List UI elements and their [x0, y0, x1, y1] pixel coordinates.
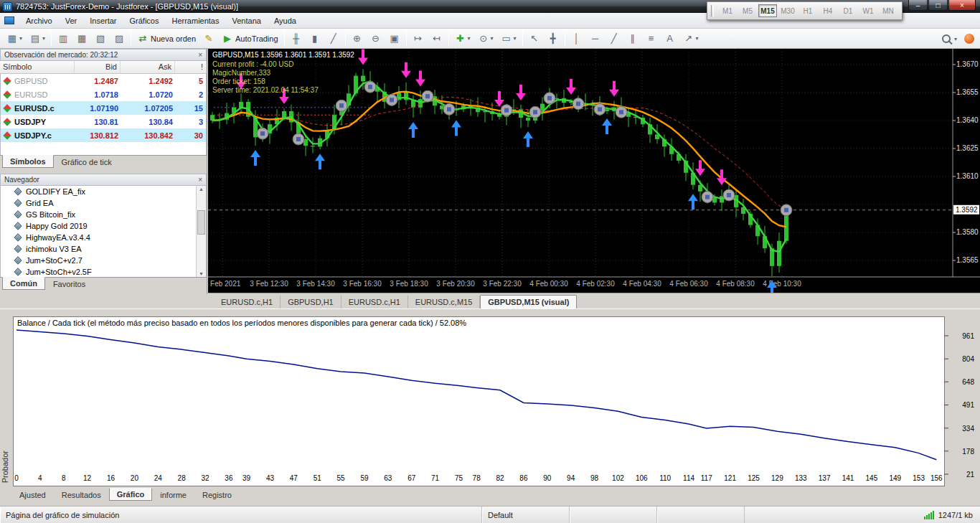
tile-windows-button[interactable]: ▣	[386, 31, 403, 47]
column-header-simbolo[interactable]: Símbolo	[0, 61, 75, 73]
templates-button[interactable]: ▭▾	[498, 31, 519, 47]
chart-bars-button[interactable]: ╫	[288, 31, 305, 47]
navigator-toggle-button[interactable]: ▧	[92, 31, 109, 47]
new-chart-button[interactable]: ▦▾	[4, 31, 25, 47]
maximize-button[interactable]: □	[928, 0, 948, 11]
horizontal-line-button[interactable]: ─	[587, 31, 604, 47]
scroll-up-icon[interactable]: ▲	[197, 187, 206, 192]
search-icon[interactable]	[942, 34, 951, 43]
status-profile[interactable]: Default	[482, 506, 570, 523]
market-watch-row-usdjpy-c[interactable]: USDJPY.c130.812130.84230	[1, 128, 206, 142]
column-header-ask[interactable]: Ask	[121, 61, 175, 73]
navigator-item-highwayea-v3-4-4[interactable]: HighwayEA.v3.4.4	[1, 232, 206, 243]
equidistant-channel-button[interactable]: ∥	[624, 31, 641, 47]
menu-graficos[interactable]: Gráficos	[123, 15, 166, 27]
text-label-button[interactable]: A	[661, 31, 679, 47]
chart-tab-gbpusd-m15-visual[interactable]: GBPUSD,M15 (visual)	[480, 295, 577, 308]
scroll-down-icon[interactable]: ▼	[197, 271, 206, 276]
zoom-out-button[interactable]: ⊖	[367, 31, 385, 47]
main-chart-svg[interactable]: 3 Feb 20213 Feb 12:303 Feb 14:303 Feb 16…	[208, 49, 980, 293]
menu-insertar[interactable]: Insertar	[83, 15, 123, 27]
market-watch-close-icon[interactable]: ×	[198, 51, 202, 59]
indicators-button[interactable]: ✚▾	[452, 31, 473, 47]
data-window-toggle-button[interactable]: ▦	[73, 31, 90, 47]
column-header-bid[interactable]: Bid	[75, 61, 121, 73]
tab-grafico-de-tick[interactable]: Gráfico de tick	[54, 156, 120, 169]
timeframe-m5[interactable]: M5	[738, 4, 757, 17]
profiles-button[interactable]: ▤▾	[27, 31, 48, 47]
navigator-scrollbar[interactable]: ▲ ▼	[196, 186, 206, 277]
cursor-button[interactable]: ↖	[526, 31, 543, 47]
chart-shift-button[interactable]: ↤	[428, 31, 446, 47]
symbol-name: GBPUSD	[14, 77, 47, 85]
navigator-item-happy-gold-2019[interactable]: Happy Gold 2019	[1, 220, 206, 232]
menu-archivo[interactable]: Archivo	[19, 15, 59, 27]
tester-tab-registro[interactable]: Registro	[194, 489, 240, 501]
autotrading-button[interactable]: ▶AutoTrading	[219, 31, 281, 47]
navigator-item-jum-stoch-v2-5f[interactable]: Jum+StoCh+v2.5F	[1, 266, 206, 277]
chart-tab-eurusd-c-h1[interactable]: EURUSD.c,H1	[341, 296, 408, 308]
timeframe-m30[interactable]: M30	[778, 4, 797, 17]
vertical-line-button[interactable]: │	[568, 31, 585, 47]
chart-tab-eurusd-c-m15[interactable]: EURUSD.c,M15	[408, 296, 480, 308]
tester-tab-resultados[interactable]: Resultados	[54, 489, 109, 501]
timeframes-toolbar[interactable]: M1M5M15M30H1H4D1W1MN	[707, 1, 903, 20]
terminal-toggle-button[interactable]: ▨	[110, 31, 128, 47]
market-watch-row-eurusd-c[interactable]: EURUSD.c1.071901.0720515	[1, 101, 206, 115]
timeframe-d1[interactable]: D1	[839, 4, 857, 17]
navigator-item-grid-ea[interactable]: Grid EA	[1, 197, 206, 209]
market-watch-toggle-button[interactable]: ▥	[55, 31, 72, 47]
column-header-excl[interactable]: !	[175, 61, 207, 73]
tester-tab-informe[interactable]: informe	[152, 489, 194, 501]
svg-text:3 Feb 14:30: 3 Feb 14:30	[296, 280, 335, 288]
notifications-icon[interactable]	[964, 34, 974, 44]
metaeditor-button[interactable]: ✎	[200, 31, 217, 47]
chart-tab-eurusd-c-h1[interactable]: EURUSD.c,H1	[214, 296, 281, 308]
timeframe-h1[interactable]: H1	[798, 4, 817, 17]
navigator-item-goldify-ea-fix[interactable]: GOLDIFY EA_fix	[1, 186, 206, 197]
market-watch-row-usdjpy[interactable]: USDJPY130.81130.843	[1, 115, 206, 128]
close-button[interactable]: ×	[948, 0, 976, 11]
tester-tab-ajusted[interactable]: Ajusted	[11, 489, 54, 501]
trendline-button[interactable]: ╱	[606, 31, 623, 47]
tester-side-label[interactable]: Probador	[1, 451, 9, 483]
market-watch-row-gbpusd[interactable]: GBPUSD1.24871.24925	[1, 74, 206, 88]
search-dropdown-icon[interactable]: ▾	[954, 36, 957, 42]
timeframe-w1[interactable]: W1	[859, 4, 877, 17]
menu-ver[interactable]: Ver	[59, 15, 84, 27]
navigator-item-ichimoku-v3-ea[interactable]: ichimoku V3 EA	[1, 243, 206, 255]
navigator-header[interactable]: Navegador ×	[0, 174, 207, 186]
arrows-tool-button[interactable]: ↗▾	[680, 31, 702, 47]
chart-tab-gbpusd-h1[interactable]: GBPUSD,H1	[281, 296, 341, 308]
timeframe-mn[interactable]: MN	[879, 4, 897, 17]
periods-button[interactable]: ⊙▾	[475, 31, 496, 47]
crosshair-button[interactable]: ╋	[545, 31, 562, 47]
timeframe-m1[interactable]: M1	[718, 4, 737, 17]
timeframe-h4[interactable]: H4	[819, 4, 837, 17]
navigator-close-icon[interactable]: ×	[198, 176, 202, 184]
tester-chart-svg[interactable]: 9618046484913341782104812162024283236394…	[13, 316, 980, 489]
tab-comun[interactable]: Común	[2, 277, 45, 290]
toolbar-grip-handle[interactable]	[711, 5, 714, 17]
expert-advisor-icon	[14, 222, 22, 230]
timeframe-m15[interactable]: M15	[758, 4, 777, 17]
zoom-in-button[interactable]: ⊕	[349, 31, 366, 47]
chart-line-button[interactable]: ╱	[325, 31, 342, 47]
new-order-button[interactable]: ⇄Nueva orden	[134, 31, 199, 47]
navigator-item-jum-stoc-v2-7[interactable]: Jum+StoC+v2.7	[1, 255, 206, 266]
menu-ayuda[interactable]: Ayuda	[268, 15, 303, 27]
fibonacci-button[interactable]: ≡	[643, 31, 660, 47]
svg-text:78: 78	[473, 474, 481, 482]
market-watch-row-eurusd[interactable]: EURUSD1.07181.07202	[1, 88, 206, 101]
navigator-item-gs-bitcoin-fix[interactable]: GS Bitcoin_fix	[1, 209, 206, 220]
chart-candles-button[interactable]: ▮	[306, 31, 324, 47]
tester-tab-grafico[interactable]: Gráfico	[109, 488, 153, 501]
market-watch-header[interactable]: Observación del mercado: 20:32:12 ×	[0, 49, 207, 61]
menu-ventana[interactable]: Ventana	[226, 15, 268, 27]
tab-favoritos[interactable]: Favoritos	[45, 278, 93, 291]
tab-simbolos[interactable]: Símbolos	[2, 155, 54, 168]
minimize-button[interactable]: –	[908, 0, 928, 11]
menu-herramientas[interactable]: Herramientas	[165, 15, 225, 27]
auto-scroll-button[interactable]: ↦	[410, 31, 427, 47]
scrollbar-thumb[interactable]	[197, 210, 205, 235]
